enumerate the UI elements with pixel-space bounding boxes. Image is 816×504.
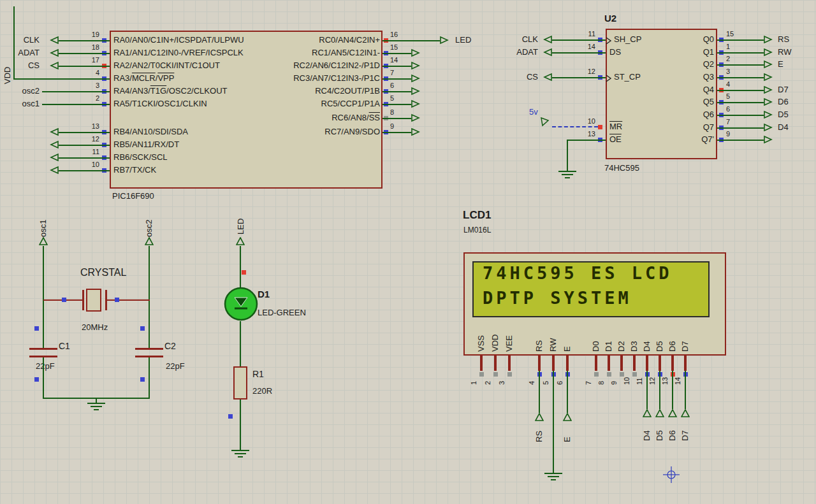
wire[interactable] bbox=[59, 40, 110, 41]
wire[interactable] bbox=[382, 53, 411, 54]
terminal-d7[interactable] bbox=[764, 85, 773, 94]
terminal-adat[interactable] bbox=[50, 48, 59, 57]
terminal-led[interactable] bbox=[440, 36, 449, 45]
terminal-clk[interactable] bbox=[50, 36, 59, 45]
ground-symbol[interactable] bbox=[87, 403, 106, 413]
wire[interactable] bbox=[43, 246, 44, 349]
power-terminal-5v[interactable] bbox=[539, 117, 550, 127]
power-wire-5v[interactable] bbox=[552, 126, 598, 127]
lcd-pin[interactable] bbox=[659, 356, 661, 371]
lcd-pin[interactable] bbox=[671, 356, 674, 371]
terminal-cs[interactable] bbox=[50, 61, 59, 70]
terminal-osc2[interactable] bbox=[145, 237, 154, 246]
terminal-led-top[interactable] bbox=[236, 237, 245, 246]
wire[interactable] bbox=[646, 371, 648, 409]
terminal-d7[interactable] bbox=[681, 409, 690, 418]
terminal-arrow[interactable] bbox=[411, 61, 420, 70]
lcd-pin[interactable] bbox=[595, 356, 597, 371]
lcd-pin[interactable] bbox=[633, 356, 636, 371]
terminal-arrow[interactable] bbox=[411, 99, 420, 108]
wire[interactable] bbox=[149, 246, 150, 349]
wire[interactable] bbox=[552, 77, 606, 78]
crystal-body[interactable] bbox=[86, 289, 101, 312]
wire[interactable] bbox=[382, 104, 411, 105]
lcd-pin[interactable] bbox=[494, 356, 497, 371]
terminal-d5[interactable] bbox=[764, 110, 773, 119]
wire[interactable] bbox=[717, 90, 764, 91]
wire[interactable] bbox=[59, 157, 110, 159]
terminal-arrow[interactable] bbox=[764, 73, 773, 82]
terminal-arrow[interactable] bbox=[50, 127, 59, 136]
wire[interactable] bbox=[717, 64, 764, 66]
terminal-arrow[interactable] bbox=[411, 113, 420, 122]
schematic-canvas[interactable]: PIC16F690 U2 74HC595 LCD1 LM016L 74HC595… bbox=[0, 0, 816, 504]
wire[interactable] bbox=[717, 77, 764, 78]
lcd-pin[interactable] bbox=[552, 356, 555, 371]
led-d1[interactable] bbox=[224, 287, 258, 321]
wire[interactable] bbox=[552, 52, 606, 54]
wire[interactable] bbox=[567, 371, 568, 413]
terminal-d6[interactable] bbox=[764, 97, 773, 106]
terminal-arrow[interactable] bbox=[764, 135, 773, 144]
wire[interactable] bbox=[240, 400, 241, 446]
terminal-arrow[interactable] bbox=[50, 140, 59, 149]
terminal-e[interactable] bbox=[764, 60, 773, 69]
wire[interactable] bbox=[240, 321, 241, 366]
wire[interactable] bbox=[717, 40, 764, 41]
wire[interactable] bbox=[149, 357, 150, 398]
terminal-osc1[interactable] bbox=[39, 237, 48, 246]
terminal-clk[interactable] bbox=[543, 35, 552, 44]
wire[interactable] bbox=[382, 40, 440, 41]
terminal-d4[interactable] bbox=[764, 123, 773, 132]
terminal-e[interactable] bbox=[563, 413, 572, 422]
lcd-pin[interactable] bbox=[608, 356, 610, 371]
ground-symbol[interactable] bbox=[558, 171, 577, 181]
wire[interactable] bbox=[59, 66, 110, 67]
wire[interactable] bbox=[717, 127, 764, 129]
wire[interactable] bbox=[59, 145, 110, 146]
terminal-d5[interactable] bbox=[655, 409, 664, 418]
terminal-adat[interactable] bbox=[543, 48, 552, 57]
wire[interactable] bbox=[382, 118, 411, 119]
wire[interactable] bbox=[717, 115, 764, 116]
terminal-rw[interactable] bbox=[764, 48, 773, 57]
terminal-arrow[interactable] bbox=[50, 166, 59, 175]
wire[interactable] bbox=[659, 371, 660, 409]
terminal-d4[interactable] bbox=[643, 409, 652, 418]
wire[interactable] bbox=[382, 132, 411, 133]
terminal-arrow[interactable] bbox=[411, 87, 420, 96]
terminal-arrow[interactable] bbox=[411, 74, 420, 83]
terminal-d6[interactable] bbox=[668, 409, 677, 418]
wire[interactable] bbox=[382, 78, 411, 80]
wire[interactable] bbox=[685, 371, 686, 409]
wire[interactable] bbox=[13, 6, 15, 78]
wire[interactable] bbox=[539, 371, 540, 413]
terminal-arrow[interactable] bbox=[411, 127, 420, 136]
terminal-rs[interactable] bbox=[535, 413, 544, 422]
wire[interactable] bbox=[553, 371, 554, 469]
terminal-rs[interactable] bbox=[764, 35, 773, 44]
wire[interactable] bbox=[717, 52, 764, 54]
wire[interactable] bbox=[717, 140, 764, 141]
lcd-pin[interactable] bbox=[508, 356, 511, 371]
lcd-pin[interactable] bbox=[646, 356, 648, 371]
wire[interactable] bbox=[672, 371, 673, 409]
wire[interactable] bbox=[567, 140, 606, 141]
lcd-pin[interactable] bbox=[480, 356, 483, 371]
wire[interactable] bbox=[382, 91, 411, 92]
ground-symbol[interactable] bbox=[231, 450, 250, 460]
terminal-arrow[interactable] bbox=[411, 48, 420, 57]
wire[interactable] bbox=[13, 78, 110, 80]
wire[interactable] bbox=[42, 104, 110, 105]
wire[interactable] bbox=[43, 357, 44, 398]
wire[interactable] bbox=[59, 53, 110, 54]
wire[interactable] bbox=[42, 91, 110, 92]
wire[interactable] bbox=[552, 40, 606, 41]
lcd-pin[interactable] bbox=[538, 356, 541, 371]
ground-symbol[interactable] bbox=[544, 473, 563, 483]
wire[interactable] bbox=[59, 170, 110, 171]
resistor-r1[interactable] bbox=[233, 366, 247, 400]
wire[interactable] bbox=[382, 66, 411, 67]
wire[interactable] bbox=[240, 246, 241, 288]
lcd-pin[interactable] bbox=[620, 356, 623, 371]
